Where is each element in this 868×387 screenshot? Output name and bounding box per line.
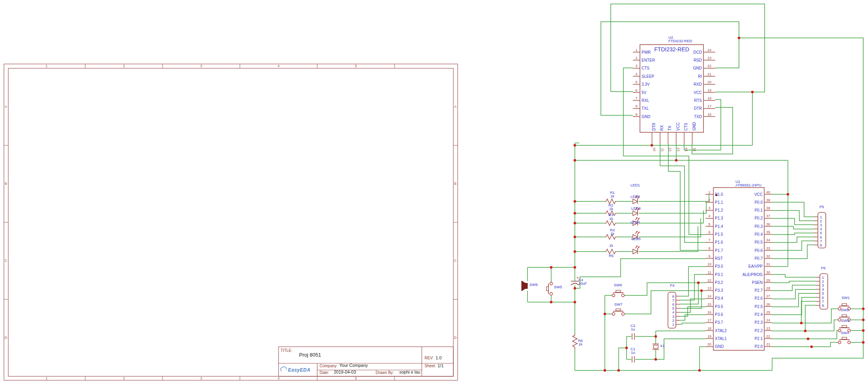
label-sw2-ref[interactable]: SW2 [841, 308, 849, 312]
junction-dot[interactable] [574, 236, 576, 239]
junction-dot[interactable] [787, 193, 789, 196]
switch-button-SW3[interactable] [842, 325, 847, 327]
label-p6-ref[interactable]: P6 [821, 266, 826, 270]
wire[interactable] [680, 283, 698, 304]
wire[interactable] [624, 291, 705, 314]
wire[interactable] [639, 202, 706, 213]
junction-dot[interactable] [675, 159, 678, 162]
wire[interactable] [575, 259, 705, 288]
wire[interactable] [772, 281, 816, 283]
junction-dot[interactable] [604, 369, 606, 372]
wire[interactable] [700, 347, 705, 370]
junction-dot[interactable] [604, 313, 606, 316]
led-symbol-LED2[interactable] [633, 211, 638, 216]
wire[interactable] [639, 194, 709, 201]
junction-dot[interactable] [807, 338, 810, 340]
switch-contact-SW4[interactable] [838, 341, 841, 344]
junction-dot[interactable] [697, 282, 700, 284]
label-led1-ref[interactable]: LED1 [630, 183, 640, 187]
label-r5-ref[interactable]: R5 [609, 254, 614, 258]
switch-button-SW6[interactable] [616, 290, 621, 292]
switch-contact-SW5[interactable] [550, 282, 553, 285]
label-r6-value[interactable]: 1k [578, 342, 582, 346]
switch-button-SW7[interactable] [616, 309, 621, 311]
wire[interactable] [805, 305, 816, 331]
label-led5-ref[interactable]: LED5 [631, 237, 641, 241]
wire[interactable] [680, 315, 705, 320]
junction-dot[interactable] [574, 200, 576, 203]
junction-dot[interactable] [651, 144, 653, 147]
resistor-symbol-R3[interactable] [605, 221, 617, 225]
wire[interactable] [772, 233, 814, 235]
junction-dot[interactable] [751, 91, 754, 94]
label-sw1-ref[interactable]: SW1 [842, 295, 850, 300]
led-symbol-LED5[interactable] [633, 249, 638, 254]
label-p5-ref[interactable]: P5 [819, 205, 824, 209]
wire[interactable] [656, 331, 705, 344]
wire[interactable] [619, 348, 627, 370]
switch-contact-SW4[interactable] [848, 341, 851, 344]
wire[interactable] [624, 283, 705, 295]
junction-dot[interactable] [574, 222, 576, 225]
label-c4-value[interactable]: 10uF [578, 281, 587, 286]
switch-button-SW1[interactable] [842, 304, 847, 306]
buzzer-symbol-SW9[interactable] [522, 281, 528, 291]
wire[interactable] [656, 339, 705, 359]
wire[interactable] [680, 323, 705, 324]
junction-dot[interactable] [810, 346, 813, 348]
wire[interactable] [639, 210, 703, 223]
wire[interactable] [772, 285, 816, 291]
wire[interactable] [660, 144, 705, 242]
junction-dot[interactable] [655, 358, 657, 361]
junction-dot[interactable] [862, 329, 865, 332]
wire[interactable] [772, 218, 814, 225]
resistor-symbol-R6[interactable] [572, 334, 577, 349]
junction-dot[interactable] [738, 37, 741, 39]
label-r5-value[interactable]: 1k [609, 243, 613, 248]
switch-contact-SW5[interactable] [550, 293, 553, 295]
junction-dot[interactable] [574, 301, 576, 304]
wire[interactable] [772, 293, 816, 307]
wire[interactable] [772, 342, 838, 347]
label-r2-value[interactable]: 1k [609, 207, 613, 211]
switch-contact-SW7[interactable] [612, 313, 615, 316]
wire[interactable] [772, 297, 816, 315]
switch-contact-SW7[interactable] [622, 313, 625, 316]
junction-dot[interactable] [574, 266, 576, 269]
switch-button-SW5[interactable] [546, 287, 548, 291]
junction-dot[interactable] [550, 266, 553, 269]
schematic-canvas[interactable]: 1122334455AABBCCDD+FTDI232-RED1PWR2ENTER… [0, 0, 868, 387]
label-r3-value[interactable]: 1k [609, 216, 613, 221]
junction-dot[interactable] [700, 289, 703, 292]
junction-dot[interactable] [862, 341, 865, 344]
label-p4-ref[interactable]: P4 [670, 283, 675, 287]
wire[interactable] [772, 245, 814, 259]
wire[interactable] [772, 210, 814, 221]
switch-button-SW2[interactable] [842, 315, 847, 317]
label-u2-value[interactable]: FTDI232-RED [668, 39, 692, 43]
switch-contact-SW6[interactable] [612, 294, 615, 297]
label-sw5-ref[interactable]: SW5 [554, 285, 562, 289]
junction-dot[interactable] [655, 335, 657, 338]
label-c1-value[interactable]: 1u [631, 350, 635, 355]
junction-dot[interactable] [617, 369, 620, 372]
label-led4-ref[interactable]: LED4 [630, 220, 640, 224]
label-u1-value[interactable]: AT89S51-24PU [735, 183, 761, 187]
label-r4-value[interactable]: 1k [610, 231, 614, 236]
junction-dot[interactable] [862, 319, 865, 321]
wire[interactable] [772, 226, 814, 229]
junction-dot[interactable] [574, 159, 576, 162]
label-sw3-ref[interactable]: SW3 [841, 318, 849, 323]
wire[interactable] [772, 202, 814, 217]
junction-dot[interactable] [574, 250, 576, 253]
junction-dot[interactable] [698, 369, 701, 372]
junction-dot[interactable] [862, 308, 865, 310]
label-sw9-ref[interactable]: SW9 [529, 282, 538, 287]
junction-dot[interactable] [574, 212, 576, 215]
switch-contact-SW6[interactable] [622, 294, 625, 297]
junction-dot[interactable] [550, 301, 553, 304]
label-c2-value[interactable]: 1u [631, 327, 635, 331]
wire[interactable] [639, 218, 701, 237]
label-sw6-ref[interactable]: SW6 [614, 283, 622, 287]
led-symbol-LED1[interactable] [633, 199, 638, 204]
